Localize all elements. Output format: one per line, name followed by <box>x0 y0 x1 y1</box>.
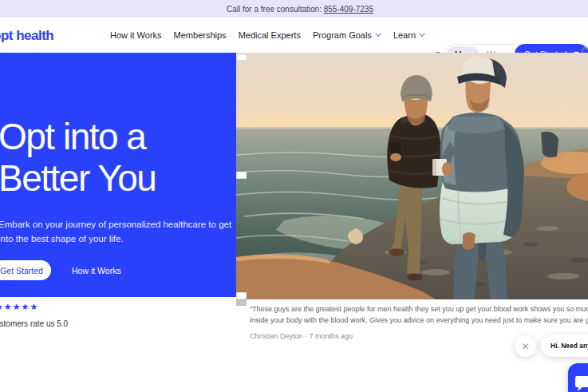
rating-text: customers rate us 5.0 <box>0 319 68 328</box>
star-rating: ★★★★★ <box>0 302 38 312</box>
testimonial-line2: inside your body with the blood work. Gi… <box>250 315 588 327</box>
photo-edge-handle[interactable] <box>236 54 247 61</box>
hero-how-it-works-link[interactable]: How it Works <box>72 266 121 275</box>
nav-item-how-it-works[interactable]: How it Works <box>110 30 162 40</box>
browser-viewport: Call for a free consultation: 855-409-72… <box>0 0 588 392</box>
testimonial: “These guys are the greatest people for … <box>250 304 588 340</box>
nav-item-memberships[interactable]: Memberships <box>174 30 227 40</box>
chevron-down-icon <box>375 33 381 38</box>
consultation-label: Call for a free consultation: <box>227 5 322 14</box>
nav-item-label: Medical Experts <box>239 30 301 40</box>
logo[interactable]: opt health <box>0 28 53 44</box>
nav-item-medical-experts[interactable]: Medical Experts <box>239 30 301 40</box>
chevron-down-icon <box>419 33 425 38</box>
hero-subtitle: Embark on your journey of personalized h… <box>0 217 231 247</box>
nav-item-label: How it Works <box>110 30 162 40</box>
nav-links: How it Works Memberships Medical Experts… <box>110 18 425 53</box>
hero-subtitle-line1: Embark on your journey of personalized h… <box>0 220 231 229</box>
chat-launcher-button[interactable] <box>568 363 588 392</box>
nav-item-label: Program Goals <box>313 30 372 40</box>
page: Call for a free consultation: 855-409-72… <box>0 0 588 392</box>
testimonial-author: Christian Deyton · 7 months ago <box>250 332 588 340</box>
chat-close-button[interactable]: ✕ <box>515 335 536 357</box>
hero-get-started-button[interactable]: Get Started <box>0 260 51 280</box>
photo-edge-handle[interactable] <box>236 299 247 306</box>
nav-item-program-goals[interactable]: Program Goals <box>313 30 381 40</box>
hero-heading: Opt into a Better You <box>0 117 156 200</box>
hero-cta-row: Get Started How it Works <box>0 260 121 280</box>
photo-edge-handle[interactable] <box>236 172 247 179</box>
close-icon: ✕ <box>521 341 529 352</box>
nav-item-learn[interactable]: Learn <box>393 30 425 40</box>
hero-subtitle-line2: into the best shape of your life. <box>0 234 124 244</box>
chat-greeting-bubble[interactable]: Hi. Need any help? <box>541 335 588 357</box>
announcement-bar: Call for a free consultation: 855-409-72… <box>0 0 588 18</box>
testimonial-line1: “These guys are the greatest people for … <box>250 304 588 315</box>
main-nav: opt health How it Works Memberships Medi… <box>0 18 588 53</box>
hero-heading-line1: Opt into a <box>0 116 145 157</box>
photo-edge-handle[interactable] <box>236 292 247 299</box>
hero-photo <box>236 53 588 299</box>
hero-section: Opt into a Better You Embark on your jou… <box>0 53 236 297</box>
hero-heading-line2: Better You <box>0 157 156 199</box>
phone-link[interactable]: 855-409-7235 <box>324 5 373 14</box>
nav-item-label: Memberships <box>174 30 227 40</box>
nav-item-label: Learn <box>393 30 416 40</box>
chat-bubble-icon <box>574 375 588 392</box>
